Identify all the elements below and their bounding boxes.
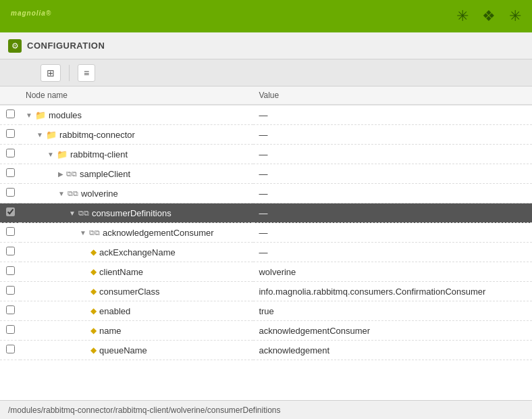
- row-value-cell: —: [253, 125, 532, 145]
- node-name-label: rabbitmq-client: [70, 149, 128, 159]
- row-checkbox-cell[interactable]: [0, 184, 20, 203]
- row-checkbox[interactable]: [6, 149, 15, 157]
- app-header: magnolia® ✳ ❖ ✳: [0, 0, 532, 32]
- row-value-cell: —: [253, 243, 532, 262]
- header-icon-2[interactable]: ❖: [482, 7, 496, 25]
- table-row: ▼⧉⧉consumerDefinitions—: [0, 203, 532, 223]
- table-row: ◆ackExchangeName—: [0, 243, 532, 262]
- grid-node-icon: ⧉⧉: [78, 209, 89, 218]
- row-checkbox[interactable]: [6, 227, 15, 236]
- tree-view-button[interactable]: ⊞: [41, 64, 61, 82]
- row-node-name-cell: ◆enabled: [20, 301, 253, 321]
- row-checkbox[interactable]: [6, 325, 15, 334]
- row-node-name-cell: ◆name: [20, 321, 253, 341]
- row-checkbox-cell[interactable]: [0, 321, 20, 341]
- app-logo: magnolia®: [11, 7, 51, 25]
- row-checkbox-cell[interactable]: [0, 223, 20, 243]
- header-icon-3[interactable]: ✳: [509, 7, 521, 25]
- row-checkbox[interactable]: [6, 188, 15, 197]
- row-checkbox-cell[interactable]: [0, 105, 20, 125]
- table-row: ▼📁modules—: [0, 105, 532, 125]
- row-checkbox-cell[interactable]: [0, 164, 20, 184]
- table-row: ◆consumerClassinfo.magnolia.rabbitmq.con…: [0, 282, 532, 301]
- expand-arrow-icon[interactable]: ▼: [26, 112, 32, 119]
- row-value-cell: —: [253, 105, 532, 125]
- row-checkbox-cell[interactable]: [0, 125, 20, 145]
- row-value-cell: —: [253, 223, 532, 243]
- expand-arrow-icon[interactable]: ▼: [47, 151, 54, 158]
- property-icon: ◆: [90, 267, 97, 276]
- row-node-name-cell: ◆consumerClass: [20, 282, 253, 301]
- logo-text: magnolia: [11, 9, 46, 17]
- row-checkbox[interactable]: [6, 305, 15, 314]
- row-checkbox-cell[interactable]: [0, 341, 20, 360]
- row-checkbox-cell[interactable]: [0, 203, 20, 223]
- table-row: ◆clientNamewolverine: [0, 262, 532, 282]
- folder-icon: 📁: [35, 110, 46, 120]
- toolbar: ⊞ ≡: [0, 59, 532, 87]
- expand-arrow-icon[interactable]: ▼: [69, 210, 76, 217]
- row-checkbox[interactable]: [6, 286, 15, 295]
- table-row: ▶⧉⧉sampleClient—: [0, 164, 532, 184]
- property-icon: ◆: [90, 345, 97, 355]
- menu-button[interactable]: ≡: [78, 64, 95, 82]
- node-name-label: consumerDefinitions: [92, 208, 171, 218]
- row-checkbox-cell[interactable]: [0, 282, 20, 301]
- row-checkbox[interactable]: [6, 345, 15, 353]
- table-header-row: Node name Value: [0, 87, 532, 105]
- node-name-label: name: [99, 326, 122, 336]
- node-name-label: queueName: [99, 345, 147, 355]
- row-value-cell: true: [253, 301, 532, 321]
- row-checkbox-cell[interactable]: [0, 301, 20, 321]
- header-icon-1[interactable]: ✳: [456, 7, 469, 25]
- node-name-label: sampleClient: [80, 169, 130, 179]
- row-checkbox[interactable]: [6, 129, 15, 138]
- row-checkbox[interactable]: [6, 168, 15, 177]
- row-checkbox[interactable]: [6, 207, 15, 216]
- node-table: Node name Value ▼📁modules—▼📁rabbitmq-con…: [0, 87, 532, 360]
- node-table-container: Node name Value ▼📁modules—▼📁rabbitmq-con…: [0, 87, 532, 400]
- expand-arrow-icon[interactable]: ▼: [36, 131, 43, 139]
- row-node-name-cell: ▼📁rabbitmq-connector: [20, 125, 253, 145]
- toolbar-separator: [69, 65, 70, 81]
- row-value-cell: wolverine: [253, 262, 532, 282]
- row-checkbox[interactable]: [6, 266, 15, 275]
- row-node-name-cell: ▼📁rabbitmq-client: [20, 145, 253, 164]
- config-gear-icon: ⚙: [11, 41, 19, 51]
- row-checkbox[interactable]: [6, 109, 15, 118]
- node-name-label: rabbitmq-connector: [59, 130, 135, 140]
- expand-arrow-icon[interactable]: ▼: [80, 229, 86, 237]
- status-path: /modules/rabbitmq-connector/rabbitmq-cli…: [8, 405, 281, 415]
- table-row: ▼⧉⧉wolverine—: [0, 184, 532, 203]
- row-node-name-cell: ▼⧉⧉consumerDefinitions: [20, 203, 253, 223]
- row-checkbox-cell[interactable]: [0, 243, 20, 262]
- row-checkbox[interactable]: [6, 247, 15, 255]
- folder-icon: 📁: [57, 149, 68, 159]
- row-checkbox-cell[interactable]: [0, 145, 20, 164]
- col-node-name: Node name: [20, 87, 253, 105]
- grid-node-icon: ⧉⧉: [89, 228, 100, 237]
- expand-arrow-icon[interactable]: ▶: [58, 170, 63, 178]
- breadcrumb-icon: ⚙: [8, 39, 22, 53]
- property-icon: ◆: [90, 247, 97, 257]
- row-checkbox-cell[interactable]: [0, 262, 20, 282]
- grid-node-icon: ⧉⧉: [66, 170, 77, 178]
- col-value: Value: [253, 87, 532, 105]
- expand-arrow-icon[interactable]: ▼: [58, 190, 65, 197]
- node-name-label: clientName: [99, 267, 143, 277]
- row-node-name-cell: ◆queueName: [20, 341, 253, 360]
- table-row: ▼⧉⧉acknowledgementConsumer—: [0, 223, 532, 243]
- row-value-cell: acknowledgementConsumer: [253, 321, 532, 341]
- row-value-cell: acknowledgement: [253, 341, 532, 360]
- breadcrumb-bar: ⚙ CONFIGURATION: [0, 32, 532, 59]
- property-icon: ◆: [90, 306, 97, 316]
- row-value-cell: —: [253, 164, 532, 184]
- status-bar: /modules/rabbitmq-connector/rabbitmq-cli…: [0, 400, 532, 419]
- table-row: ▼📁rabbitmq-connector—: [0, 125, 532, 145]
- node-name-label: modules: [49, 110, 82, 120]
- row-node-name-cell: ▼⧉⧉wolverine: [20, 184, 253, 203]
- row-node-name-cell: ◆ackExchangeName: [20, 243, 253, 262]
- row-node-name-cell: ▶⧉⧉sampleClient: [20, 164, 253, 184]
- row-node-name-cell: ▼⧉⧉acknowledgementConsumer: [20, 223, 253, 243]
- property-icon: ◆: [90, 287, 97, 296]
